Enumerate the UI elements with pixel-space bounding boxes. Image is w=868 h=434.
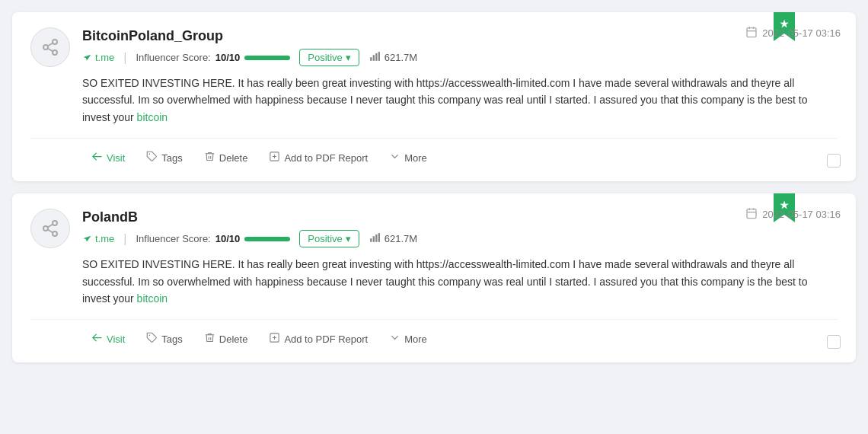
svg-point-8 [53,50,57,55]
more-label: More [404,333,427,345]
svg-point-7 [43,45,48,49]
sentiment-button[interactable]: Positive ▾ [299,49,359,66]
svg-rect-2 [747,28,756,37]
influencer-label: Influencer Score: [136,233,210,244]
add-pdf-icon [269,332,280,346]
card-1: ★ 2022-05-17 03:16 BitcoinPoland_Group t… [12,12,856,181]
card-body: SO EXITED INVESTING HERE. It has really … [30,256,838,307]
tags-icon [146,332,158,346]
delete-icon [204,332,215,346]
more-label: More [404,152,427,164]
avatar [30,27,70,67]
visit-label: Visit [107,152,125,164]
reach-value: 621.7M [385,52,417,63]
tme-label: t.me [95,52,114,63]
sentiment-label: Positive [308,52,343,63]
add-pdf-label: Add to PDF Report [284,333,368,345]
more-button[interactable]: More [380,327,436,350]
svg-rect-14 [378,52,379,61]
more-icon [389,151,400,164]
tme-link[interactable]: t.me [82,233,114,245]
svg-rect-21 [747,209,756,219]
channel-name: BitcoinPoland_Group [82,28,838,44]
tme-icon [82,233,92,245]
calendar-icon [745,26,758,40]
tme-link[interactable]: t.me [82,52,114,64]
visit-button[interactable]: Visit [82,327,134,350]
score-bar [244,56,290,60]
tags-button[interactable]: Tags [137,327,191,350]
date-text: 2022-05-17 03:16 [762,27,841,39]
svg-line-28 [48,230,53,233]
more-button[interactable]: More [380,146,436,169]
score-value: 10/10 [215,52,241,63]
bar-chart-icon [369,232,381,245]
select-checkbox[interactable] [827,154,841,168]
delete-button[interactable]: Delete [195,327,257,350]
tags-icon [146,151,158,164]
svg-point-25 [53,221,57,225]
tags-label: Tags [161,333,182,345]
tags-button[interactable]: Tags [137,146,191,169]
visit-label: Visit [107,333,125,345]
delete-label: Delete [219,333,248,345]
visit-icon [91,151,103,164]
svg-line-29 [48,225,53,228]
tme-icon [82,52,92,64]
influencer-label: Influencer Score: [136,52,210,63]
card-body: SO EXITED INVESTING HERE. It has really … [30,75,838,126]
svg-rect-13 [375,53,377,61]
svg-rect-12 [372,55,374,61]
svg-rect-31 [372,236,374,242]
calendar-icon [745,207,758,222]
add-pdf-button[interactable]: Add to PDF Report [260,327,377,350]
reach: 621.7M [369,232,417,245]
svg-line-10 [48,43,53,46]
svg-rect-30 [370,238,372,242]
reach: 621.7M [369,51,417,64]
card-header: PolandB t.me | Influencer Score: 10/10 P… [30,209,838,248]
meta-row: t.me | Influencer Score: 10/10 Positive … [82,49,838,66]
card-2: ★ 2022-05-17 03:16 PolandB t.me | [12,193,856,362]
avatar [30,209,70,248]
divider: | [123,51,126,65]
highlight-word: bitcoin [137,292,168,305]
select-checkbox[interactable] [827,335,841,349]
highlight-word: bitcoin [137,111,168,123]
visit-button[interactable]: Visit [82,146,134,169]
date-badge: 2022-05-17 03:16 [745,26,841,40]
tags-label: Tags [161,152,182,164]
date-text: 2022-05-17 03:16 [762,209,841,220]
svg-point-26 [43,226,48,231]
header-info: BitcoinPoland_Group t.me | Influencer Sc… [82,28,838,66]
chevron-down-icon: ▾ [346,233,351,244]
tme-label: t.me [95,233,114,244]
influencer-score: Influencer Score: 10/10 [136,52,290,63]
svg-line-9 [48,49,53,52]
score-bar [244,237,290,241]
visit-icon [91,332,103,346]
meta-row: t.me | Influencer Score: 10/10 Positive … [82,230,838,247]
add-pdf-button[interactable]: Add to PDF Report [260,146,377,169]
reach-value: 621.7M [385,233,417,244]
channel-name: PolandB [82,209,838,225]
svg-rect-11 [370,57,372,61]
header-info: PolandB t.me | Influencer Score: 10/10 P… [82,209,838,247]
chevron-down-icon: ▾ [346,52,351,63]
card-actions: Visit Tags Delete Add to PDF Report More [30,138,838,169]
card-header: BitcoinPoland_Group t.me | Influencer Sc… [30,27,838,67]
more-icon [389,332,400,346]
svg-point-6 [53,40,57,44]
delete-button[interactable]: Delete [195,146,257,169]
date-badge: 2022-05-17 03:16 [745,207,841,222]
svg-rect-32 [375,235,377,242]
divider: | [123,232,126,246]
add-pdf-icon [269,151,280,164]
score-value: 10/10 [215,233,241,244]
card-actions: Visit Tags Delete Add to PDF Report More [30,319,838,350]
bar-chart-icon [369,51,381,64]
sentiment-button[interactable]: Positive ▾ [299,230,359,247]
delete-icon [204,151,215,164]
delete-label: Delete [219,152,248,164]
svg-point-27 [53,231,57,236]
